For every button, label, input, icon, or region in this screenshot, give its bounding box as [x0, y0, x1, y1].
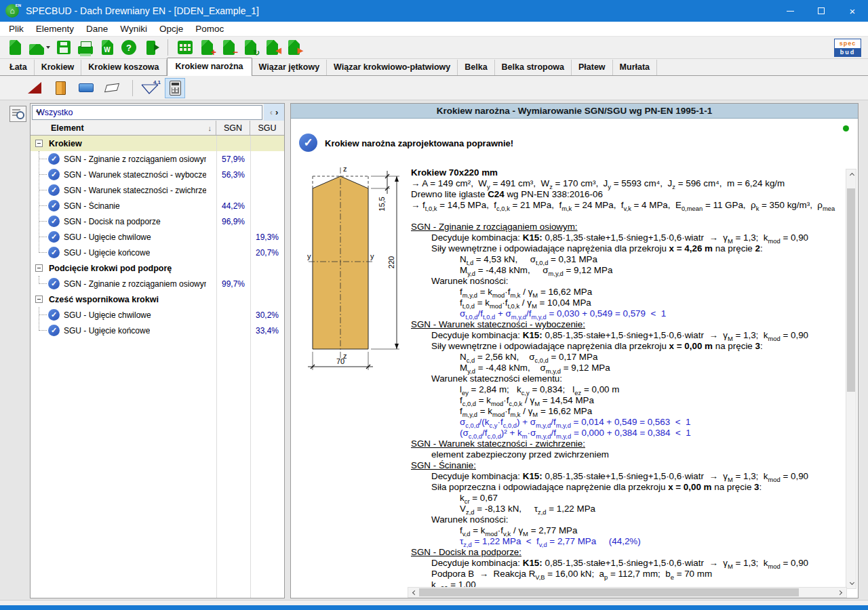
- filter-row: Wszystko ‹ ›: [31, 104, 284, 121]
- tree-item[interactable]: SGN - Zginanie z rozciąganiem osiowym 99…: [31, 276, 284, 291]
- tab-lata[interactable]: Łata: [3, 60, 35, 75]
- geometry-icon[interactable]: [23, 77, 46, 99]
- calc-line: Podpora B → Reakcja RV,B = 16,00 kN; ap …: [411, 569, 847, 580]
- success-check-icon: [299, 134, 317, 152]
- material-icon[interactable]: [49, 77, 72, 99]
- exit-icon[interactable]: [140, 38, 161, 57]
- sgn-value: 57,9%: [216, 155, 250, 164]
- tree-item[interactable]: SGN - Docisk na podporze 96,9%: [31, 214, 284, 229]
- column-element[interactable]: Element↓: [31, 121, 216, 135]
- tab-wiazar-krokwiowo-platwiowy[interactable]: Wiązar krokwiowo-płatwiowy: [327, 60, 458, 75]
- tree-group-czesc-wspornikowa[interactable]: Cześć wspornikowa krokwi: [31, 291, 284, 307]
- tree-item[interactable]: SGU - Ugięcie chwilowe 19,3%: [31, 229, 284, 245]
- menu-wyniki[interactable]: Wyniki: [114, 23, 153, 35]
- tab-belka[interactable]: Belka: [458, 60, 494, 75]
- maximize-button[interactable]: [806, 0, 837, 22]
- results-diagram-icon[interactable]: 4,1: [139, 77, 162, 99]
- results-header: Krokiew narożna - Wymiarowanie SGN/SGU w…: [291, 104, 858, 119]
- new-file-icon[interactable]: [4, 38, 26, 57]
- tree-item[interactable]: SGN - Ścinanie 44,2%: [31, 198, 284, 214]
- tree-item-label: SGU - Ugięcie chwilowe: [64, 232, 151, 242]
- tab-murlata[interactable]: Murłata: [613, 60, 657, 75]
- check-icon: [48, 184, 60, 196]
- minimize-button[interactable]: [774, 0, 806, 22]
- collapse-icon[interactable]: [35, 296, 43, 303]
- calc-line: Siły wewnętrzne i odpowiadające naprężen…: [411, 243, 847, 254]
- horizontal-scroll-thumb[interactable]: [419, 588, 799, 596]
- axis-z-top-label: z: [343, 165, 347, 173]
- tab-wiazar-jetkowy[interactable]: Wiązar jętkowy: [252, 60, 328, 75]
- open-dropdown-caret[interactable]: [46, 46, 50, 49]
- export-word-icon[interactable]: W: [96, 38, 118, 57]
- remove-element-icon[interactable]: −: [218, 38, 239, 57]
- vertical-scroll-thumb[interactable]: [847, 188, 855, 392]
- tab-platew[interactable]: Płatew: [572, 60, 613, 75]
- tree-item[interactable]: SGU - Ugięcie chwilowe 30,2%: [31, 307, 284, 323]
- replace-element-icon[interactable]: ↻: [239, 38, 261, 57]
- vertical-scrollbar[interactable]: [846, 169, 856, 589]
- check-icon: [48, 200, 60, 211]
- scroll-right-icon[interactable]: [835, 588, 846, 597]
- dim-height-label: 220: [387, 256, 395, 268]
- menubar: Plik Elementy Dane Wyniki Opcje Pomoc: [0, 22, 868, 36]
- calc-line: Siły wewnętrzne i odpowiadające naprężen…: [411, 341, 847, 352]
- calc-line: Warunek nośności:: [411, 276, 847, 287]
- filter-dropdown[interactable]: Wszystko: [32, 105, 262, 120]
- calculation-report-icon[interactable]: [165, 78, 185, 98]
- close-button[interactable]: ×: [837, 0, 868, 22]
- calc-line: Decyduje kombinacja: K15: 0,85·1,35·stał…: [411, 330, 847, 341]
- loads-icon[interactable]: [75, 77, 98, 99]
- tab-belka-stropowa[interactable]: Belka stropowa: [495, 60, 572, 75]
- menu-elementy[interactable]: Elementy: [30, 23, 80, 35]
- scroll-left-icon[interactable]: [408, 588, 419, 597]
- print-icon[interactable]: [75, 38, 96, 57]
- tree-item[interactable]: SGN - Warunek stateczności - zwichrzenie: [31, 182, 284, 198]
- calc-line: My,d = -4,48 kNm, σm,y,d = 9,12 MPa: [411, 265, 847, 276]
- specbud-logo: spec bud: [834, 39, 861, 57]
- export-element-icon[interactable]: ▶: [283, 38, 304, 57]
- titlebar: ⌂EN SPECBUD - Dach Drewniany EN - [DDEN_…: [0, 0, 868, 22]
- tree-group-podciecie[interactable]: Podcięcie krokwi pod podporę: [31, 260, 284, 276]
- tree-item[interactable]: SGN - Zginanie z rozciąganiem osiowym 57…: [31, 151, 284, 167]
- axis-z-bottom-label: z: [343, 352, 347, 360]
- menu-dane[interactable]: Dane: [80, 23, 114, 35]
- collapse-icon[interactable]: [35, 140, 43, 147]
- sgu-value: 19,3%: [250, 232, 284, 242]
- collapse-icon[interactable]: [35, 264, 43, 272]
- sgu-value: 33,4%: [250, 326, 284, 336]
- save-icon[interactable]: [53, 38, 75, 57]
- tab-krokiew-narozna[interactable]: Krokiew narożna: [167, 58, 252, 76]
- tab-krokiew-koszowa[interactable]: Krokiew koszowa: [81, 60, 166, 75]
- next-arrow-icon[interactable]: ›: [275, 107, 278, 117]
- check-icon: [48, 216, 60, 227]
- open-file-icon[interactable]: [26, 38, 53, 57]
- cross-section-drawing: 15,5 220 70 z z y y: [307, 163, 409, 378]
- scroll-up-icon[interactable]: [846, 169, 857, 179]
- tree-item[interactable]: SGU - Ugięcie końcowe 20,7%: [31, 245, 284, 260]
- tree-group-krokiew[interactable]: Krokiew: [31, 136, 284, 151]
- status-strip: [0, 600, 868, 605]
- column-sgu[interactable]: SGU: [250, 121, 284, 135]
- help-glyph: ?: [126, 43, 132, 53]
- menu-opcje[interactable]: Opcje: [153, 23, 189, 35]
- tab-krokiew[interactable]: Krokiew: [35, 60, 82, 75]
- scroll-down-icon[interactable]: [846, 579, 857, 588]
- column-sgn[interactable]: SGN: [216, 121, 250, 135]
- calc-line: Vz,d = -8,13 kN, τz,d = 1,22 MPa: [411, 504, 847, 514]
- eraser-icon[interactable]: [100, 77, 123, 99]
- report-preview-icon[interactable]: [9, 106, 26, 122]
- tree-item[interactable]: SGN - Warunek stateczności - wyboczenie …: [31, 167, 284, 182]
- tree-item[interactable]: SGU - Ugięcie końcowe 33,4%: [31, 323, 284, 338]
- import-element-icon[interactable]: ◀: [261, 38, 283, 57]
- panel-nav: ‹ ›: [264, 104, 284, 121]
- gear-icon[interactable]: [843, 125, 849, 131]
- add-element-icon[interactable]: +: [196, 38, 218, 57]
- sgn-value: 99,7%: [216, 279, 250, 289]
- horizontal-scrollbar[interactable]: [408, 587, 847, 598]
- prev-arrow-icon[interactable]: ‹: [270, 107, 273, 117]
- sort-down-icon[interactable]: ↓: [208, 124, 212, 132]
- help-icon[interactable]: ?: [118, 38, 140, 57]
- menu-pomoc[interactable]: Pomoc: [189, 23, 230, 35]
- menu-plik[interactable]: Plik: [3, 23, 30, 35]
- elements-grid-icon[interactable]: [174, 38, 196, 57]
